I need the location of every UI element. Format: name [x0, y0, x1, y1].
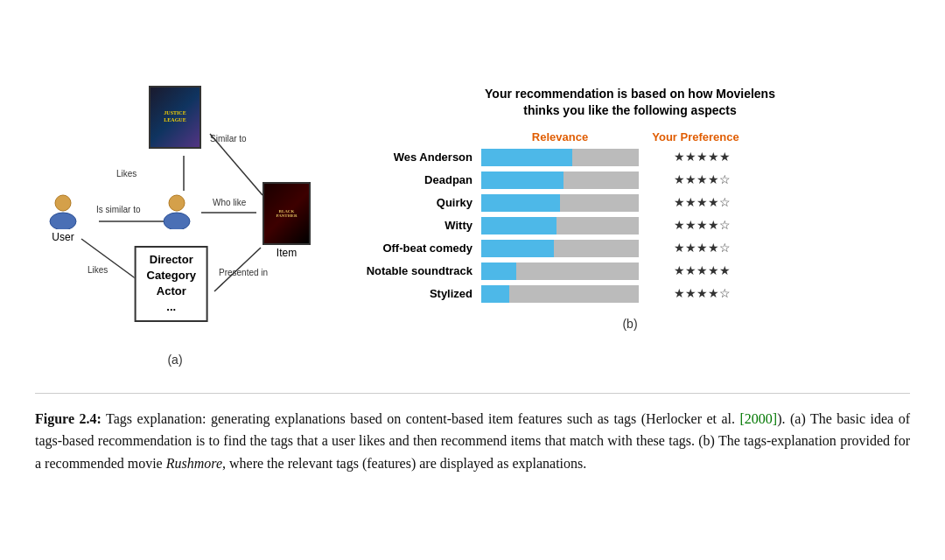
bar-row: Quirky★★★★☆	[350, 194, 752, 212]
star-rating: ★★★★☆	[639, 195, 752, 210]
category-category: Category	[147, 269, 196, 282]
item-label: Item	[276, 247, 297, 259]
bar-container	[481, 149, 639, 166]
bar-row: Deadpan★★★★☆	[350, 172, 752, 189]
user-left-icon	[44, 191, 82, 229]
edge-who-like: Who like	[213, 198, 246, 207]
bar-container	[481, 262, 639, 280]
bar-fill	[481, 262, 516, 280]
star-rating: ★★★★☆	[639, 241, 752, 256]
bar-fill	[481, 194, 560, 212]
caption-text-before-cite: Tags explanation: generating explanation…	[102, 411, 740, 426]
bar-row: Wes Anderson★★★★★	[350, 149, 752, 166]
edge-similar-to: Similar to	[210, 134, 247, 144]
figure-caption: Figure 2.4: Tags explanation: generating…	[35, 393, 910, 475]
bar-row: Notable soundtrack★★★★★	[350, 262, 752, 280]
col-preference-header: Your Preference	[639, 130, 752, 144]
bar-fill	[481, 149, 572, 166]
edge-likes-top: Likes	[116, 169, 136, 178]
bar-label: Off-beat comedy	[350, 242, 481, 255]
bar-fill	[481, 172, 564, 189]
col-label-spacer	[350, 130, 481, 144]
bar-label: Quirky	[350, 196, 481, 209]
bar-fill	[481, 240, 554, 257]
category-director: Director	[150, 253, 193, 266]
star-rating: ★★★★☆	[639, 286, 752, 301]
edge-presented-in: Presented in	[219, 268, 268, 277]
user-center-node	[158, 191, 196, 229]
panel-b: Your recommendation is based on how Movi…	[332, 86, 910, 331]
panel-b-title: Your recommendation is based on how Movi…	[350, 86, 910, 120]
edge-is-similar-to: Is similar to	[96, 205, 141, 214]
bar-row: Witty★★★★☆	[350, 217, 752, 234]
user-center-icon	[158, 191, 196, 229]
star-rating: ★★★★★	[639, 150, 752, 164]
graph-area: JUSTICELEAGUE User	[39, 86, 311, 348]
panel-a-label: (a)	[167, 353, 182, 367]
bar-label: Deadpan	[350, 173, 481, 186]
edge-likes-bottom: Likes	[88, 265, 108, 275]
movie-poster-top: JUSTICELEAGUE	[149, 86, 201, 149]
bar-container	[481, 240, 639, 257]
bar-label: Witty	[350, 219, 481, 232]
movie-poster-image: JUSTICELEAGUE	[150, 88, 200, 147]
bar-row: Off-beat comedy★★★★☆	[350, 240, 752, 257]
main-container: JUSTICELEAGUE User	[35, 86, 910, 475]
categories-box: Director Category Actor ...	[135, 246, 208, 322]
user-left-label: User	[52, 231, 74, 243]
caption-movie-title: Rushmore	[166, 456, 222, 471]
bar-row: Stylized★★★★☆	[350, 285, 752, 303]
bar-container	[481, 194, 639, 212]
category-ellipsis: ...	[166, 300, 176, 313]
bar-container	[481, 285, 639, 303]
star-rating: ★★★★★	[639, 263, 752, 278]
bar-label: Wes Anderson	[350, 150, 481, 164]
caption-figure-ref: Figure 2.4:	[35, 411, 102, 426]
star-rating: ★★★★☆	[639, 218, 752, 233]
panel-b-title-line1: Your recommendation is based on how Movi…	[485, 87, 775, 101]
star-rating: ★★★★☆	[639, 172, 752, 187]
user-left-node: User	[44, 191, 82, 243]
category-actor: Actor	[157, 284, 186, 298]
figure-area: JUSTICELEAGUE User	[35, 86, 910, 367]
svg-point-7	[50, 213, 76, 229]
panel-a: JUSTICELEAGUE User	[35, 86, 315, 367]
bar-container	[481, 217, 639, 234]
panel-b-header: Relevance Your Preference	[350, 130, 910, 144]
bar-fill	[481, 217, 556, 234]
panel-b-title-line2: thinks you like the following aspects	[523, 103, 737, 117]
item-movie-poster: BLACKPANTHER	[262, 182, 311, 245]
svg-point-8	[169, 195, 185, 211]
svg-point-9	[164, 213, 190, 229]
svg-point-6	[55, 195, 71, 211]
caption-citation[interactable]: [2000]	[740, 411, 778, 426]
caption-text-end: , where the relevant tags (features) are…	[222, 456, 586, 471]
item-movie-node: BLACKPANTHER Item	[262, 182, 311, 259]
bar-container	[481, 172, 639, 189]
panel-b-label: (b)	[350, 317, 910, 331]
col-relevance-header: Relevance	[481, 130, 639, 144]
bar-label: Stylized	[350, 287, 481, 300]
bar-label: Notable soundtrack	[350, 264, 481, 277]
bar-fill	[481, 285, 509, 303]
bar-rows-container: Wes Anderson★★★★★Deadpan★★★★☆Quirky★★★★☆…	[350, 149, 752, 308]
